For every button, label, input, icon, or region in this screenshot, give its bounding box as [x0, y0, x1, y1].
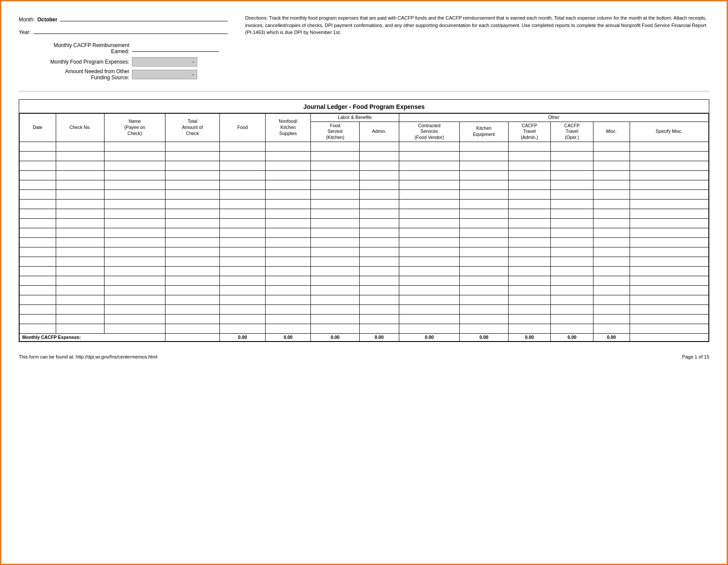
cell-19-0 — [20, 324, 56, 333]
cell-13-11 — [551, 266, 593, 276]
cell-14-8 — [399, 276, 459, 285]
cell-18-9 — [460, 314, 509, 324]
cell-11-3 — [165, 247, 220, 257]
cell-10-0 — [20, 237, 56, 247]
cell-15-8 — [399, 285, 459, 295]
cell-6-2 — [104, 199, 165, 209]
cell-17-11 — [551, 304, 593, 314]
expenses-label: Monthly Food Program Expenses: — [19, 59, 132, 65]
cell-17-2 — [104, 304, 165, 314]
cell-3-7 — [359, 170, 399, 180]
cell-5-0 — [20, 189, 56, 199]
cell-2-0 — [20, 161, 56, 170]
footer-food: 0.00 — [220, 333, 266, 342]
cell-12-5 — [265, 257, 311, 266]
data-row — [20, 189, 709, 199]
cell-18-10 — [508, 314, 551, 324]
col-cacfpoper-header: CACFPTravel(Oper.) — [551, 122, 593, 142]
col-date-header: Date — [20, 114, 56, 142]
footer-contracted: 0.00 — [399, 333, 459, 342]
cell-7-5 — [265, 209, 311, 218]
cell-10-12 — [593, 237, 630, 247]
cell-15-2 — [104, 285, 165, 295]
cell-10-7 — [359, 237, 399, 247]
col-total-header: TotalAmount ofCheck — [165, 114, 220, 142]
cell-7-7 — [359, 209, 399, 218]
reimbursement-section: Monthly CACFP Reimbursement Earned: Mont… — [19, 42, 228, 81]
cell-3-13 — [630, 170, 708, 180]
cell-15-4 — [220, 285, 266, 295]
cell-19-7 — [359, 324, 399, 333]
cell-4-6 — [311, 180, 360, 189]
data-row — [20, 180, 709, 189]
cell-8-6 — [311, 218, 360, 228]
data-row — [20, 161, 709, 170]
cell-12-7 — [359, 257, 399, 266]
cell-14-11 — [551, 276, 593, 285]
cell-4-0 — [20, 180, 56, 189]
cell-17-8 — [399, 304, 459, 314]
cell-14-12 — [593, 276, 630, 285]
cell-4-3 — [165, 180, 220, 189]
cell-1-11 — [551, 151, 593, 161]
col-checkno-header: Check No. — [56, 114, 104, 142]
cell-1-3 — [165, 151, 220, 161]
cell-12-1 — [56, 257, 104, 266]
cell-9-13 — [630, 228, 708, 237]
data-row — [20, 151, 709, 161]
cell-18-8 — [399, 314, 459, 324]
cell-18-7 — [359, 314, 399, 324]
footer-specmisc-empty — [630, 333, 708, 342]
cell-5-3 — [165, 189, 220, 199]
cell-7-4 — [220, 209, 266, 218]
cell-5-11 — [551, 189, 593, 199]
cell-1-1 — [56, 151, 104, 161]
cell-6-3 — [165, 199, 220, 209]
cell-12-4 — [220, 257, 266, 266]
cell-13-2 — [104, 266, 165, 276]
cell-12-8 — [399, 257, 459, 266]
cell-2-6 — [311, 161, 360, 170]
cell-9-7 — [359, 228, 399, 237]
cell-6-7 — [359, 199, 399, 209]
year-row: Year: — [19, 27, 228, 35]
footer-right: Page 1 of 15 — [682, 354, 709, 359]
data-row — [20, 285, 709, 295]
cell-6-11 — [551, 199, 593, 209]
cell-5-2 — [104, 189, 165, 199]
data-row — [20, 276, 709, 285]
cell-13-10 — [508, 266, 551, 276]
cell-7-8 — [399, 209, 459, 218]
data-row — [20, 266, 709, 276]
cell-2-12 — [593, 161, 630, 170]
cell-0-7 — [359, 142, 399, 151]
col-specmisc-header: Specify Misc. — [630, 122, 708, 142]
cell-3-2 — [104, 170, 165, 180]
cell-7-9 — [460, 209, 509, 218]
cell-17-0 — [20, 304, 56, 314]
cell-10-5 — [265, 237, 311, 247]
cell-4-12 — [593, 180, 630, 189]
cell-1-5 — [265, 151, 311, 161]
year-line — [34, 27, 228, 34]
cell-2-9 — [460, 161, 509, 170]
cell-9-2 — [104, 228, 165, 237]
cell-13-4 — [220, 266, 266, 276]
cell-15-1 — [56, 285, 104, 295]
cell-15-13 — [630, 285, 708, 295]
cell-8-9 — [460, 218, 509, 228]
cell-12-13 — [630, 257, 708, 266]
expenses-value: - — [132, 57, 197, 67]
cell-9-4 — [220, 228, 266, 237]
ledger-table: Date Check No. Name(Payee onCheck) Total… — [19, 113, 709, 342]
expenses-row: Monthly Food Program Expenses: - — [19, 57, 228, 67]
cell-0-9 — [460, 142, 509, 151]
col-contracted-header: ContractedServices(Food Vendor) — [399, 122, 459, 142]
cell-17-12 — [593, 304, 630, 314]
footer-cacfpadmin: 0.00 — [508, 333, 551, 342]
month-value: October — [37, 17, 57, 23]
cell-0-2 — [104, 142, 165, 151]
cell-0-5 — [265, 142, 311, 151]
cell-5-1 — [56, 189, 104, 199]
cell-15-9 — [460, 285, 509, 295]
